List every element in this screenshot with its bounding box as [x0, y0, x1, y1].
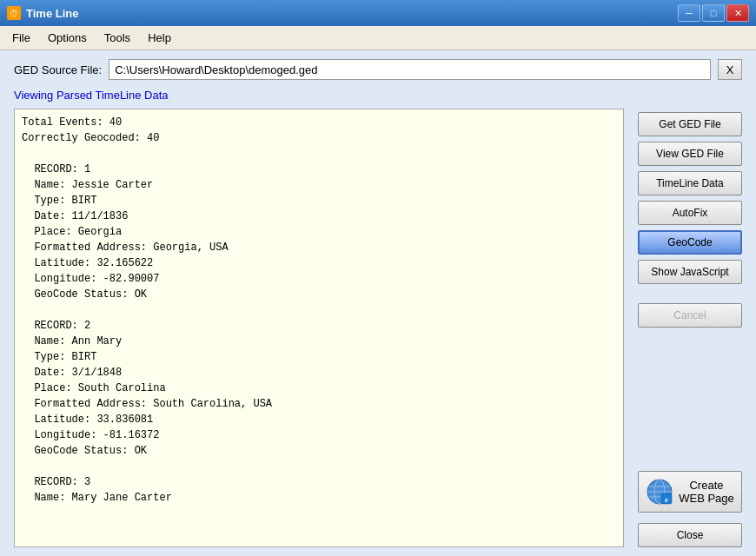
- buttons-column: Get GED File View GED File TimeLine Data…: [638, 109, 742, 547]
- timeline-data-button[interactable]: TimeLine Data: [638, 171, 742, 195]
- title-bar-buttons: ─ □ ✕: [678, 4, 749, 22]
- menu-options[interactable]: Options: [39, 28, 96, 48]
- svg-text:e: e: [665, 495, 668, 504]
- menu-tools[interactable]: Tools: [96, 28, 139, 48]
- ged-label: GED Source File:: [14, 63, 102, 76]
- maximize-button[interactable]: □: [702, 4, 725, 22]
- create-web-page-label: Create WEB Page: [679, 479, 734, 505]
- ged-input[interactable]: [109, 59, 711, 80]
- get-ged-file-button[interactable]: Get GED File: [638, 112, 742, 136]
- bottom-section: Get GED File View GED File TimeLine Data…: [14, 109, 742, 547]
- timeline-text-area[interactable]: [14, 109, 624, 547]
- view-ged-file-button[interactable]: View GED File: [638, 142, 742, 166]
- ged-clear-button[interactable]: X: [718, 59, 742, 80]
- window-close-button[interactable]: ✕: [726, 4, 749, 22]
- show-javascript-button[interactable]: Show JavaScript: [638, 260, 742, 284]
- cancel-button[interactable]: Cancel: [638, 303, 742, 328]
- app-icon: ⏱: [7, 6, 21, 20]
- menu-file[interactable]: File: [3, 28, 39, 48]
- title-text: Time Line: [26, 7, 78, 20]
- ged-source-row: GED Source File: X: [14, 59, 742, 80]
- autofix-button[interactable]: AutoFix: [638, 201, 742, 225]
- menu-help[interactable]: Help: [139, 28, 180, 48]
- title-bar: ⏱ Time Line ─ □ ✕: [0, 0, 756, 26]
- main-content: GED Source File: X Viewing Parsed TimeLi…: [0, 50, 756, 556]
- menu-bar: File Options Tools Help: [0, 26, 756, 50]
- viewing-label: Viewing Parsed TimeLine Data: [14, 89, 742, 102]
- web-icon: e: [646, 478, 673, 506]
- create-web-page-button[interactable]: e Create WEB Page: [638, 471, 742, 513]
- minimize-button[interactable]: ─: [678, 4, 700, 22]
- close-button[interactable]: Close: [638, 523, 742, 547]
- text-area-container: [14, 109, 624, 547]
- geocode-button[interactable]: GeoCode: [638, 230, 742, 255]
